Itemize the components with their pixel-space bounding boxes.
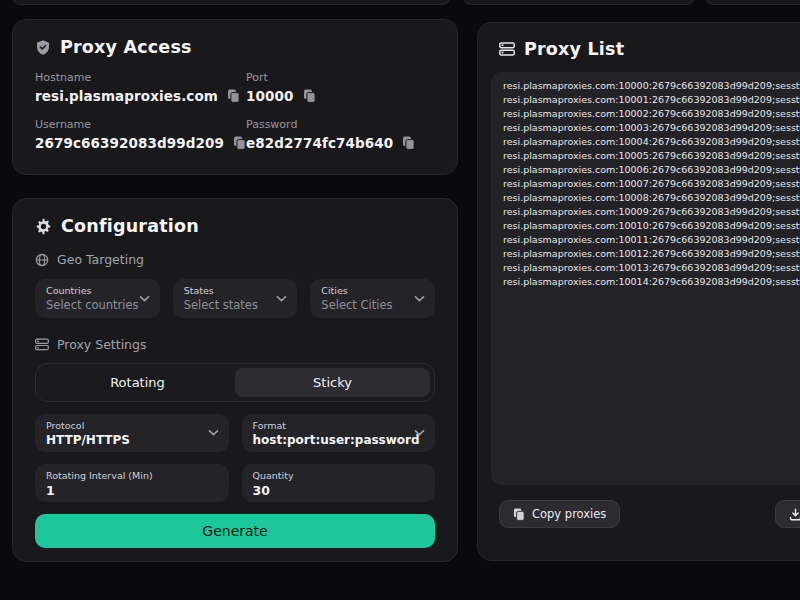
rotating-interval-value: 1 <box>46 483 218 498</box>
copy-proxies-button[interactable]: Copy proxies <box>499 500 620 528</box>
copy-port-button[interactable] <box>303 89 316 103</box>
rotating-interval-input[interactable]: Rotating Interval (Min) 1 <box>35 464 229 502</box>
proxy-entry: resi.plasmaproxies.com:10005:2679c663920… <box>503 149 800 163</box>
copy-hostname-button[interactable] <box>227 89 240 103</box>
countries-select[interactable]: CountriesSelect countries <box>35 279 160 318</box>
copy-icon <box>513 508 525 521</box>
username-value: 2679c66392083d99d209 <box>35 135 224 151</box>
gear-icon <box>35 218 52 235</box>
proxy-entry: resi.plasmaproxies.com:10013:2679c663920… <box>503 261 800 275</box>
geo-targeting-label: Geo Targeting <box>57 252 144 267</box>
format-label: Format <box>253 420 425 431</box>
username-value-row: 2679c66392083d99d209 <box>35 135 246 151</box>
proxy-access-field-password: Passworde82d2774fc74b640 <box>246 118 435 151</box>
partial-card-top-2 <box>463 0 695 5</box>
port-label: Port <box>246 71 435 84</box>
geo-selects-row: CountriesSelect countriesStatesSelect st… <box>35 279 435 318</box>
format-select[interactable]: Format host:port:user:password <box>242 414 436 452</box>
rotating-interval-label: Rotating Interval (Min) <box>46 470 218 481</box>
proxy-entry: resi.plasmaproxies.com:10000:2679c663920… <box>503 79 800 93</box>
copy-icon <box>233 136 246 150</box>
proxy-entry: resi.plasmaproxies.com:10014:2679c663920… <box>503 275 800 289</box>
quantity-input[interactable]: Quantity 30 <box>242 464 436 502</box>
copy-username-button[interactable] <box>233 136 246 150</box>
proxy-mode-tabbar: RotatingSticky <box>35 363 435 402</box>
hostname-value-row: resi.plasmaproxies.com <box>35 88 246 104</box>
proxy-entry: resi.plasmaproxies.com:10009:2679c663920… <box>503 205 800 219</box>
proxy-access-header: Proxy Access <box>35 37 435 57</box>
proxy-access-field-hostname: Hostnameresi.plasmaproxies.com <box>35 71 246 104</box>
cities-select-label: Cities <box>321 285 424 296</box>
proxy-access-fields: Hostnameresi.plasmaproxies.comPort10000U… <box>35 71 435 151</box>
proxy-entry: resi.plasmaproxies.com:10007:2679c663920… <box>503 177 800 191</box>
proxy-list-footer: Copy proxies Download proxies <box>491 500 800 528</box>
proxy-access-title: Proxy Access <box>60 37 192 57</box>
port-value: 10000 <box>246 88 293 104</box>
page: Proxy Access Hostnameresi.plasmaproxies.… <box>0 0 800 600</box>
proxy-entry: resi.plasmaproxies.com:10002:2679c663920… <box>503 107 800 121</box>
download-icon <box>789 508 800 521</box>
proxy-entry: resi.plasmaproxies.com:10011:2679c663920… <box>503 233 800 247</box>
proxy-access-field-username: Username2679c66392083d99d209 <box>35 118 246 151</box>
chevron-down-icon <box>414 430 425 437</box>
format-value: host:port:user:password <box>253 433 425 447</box>
proxy-list-box[interactable]: resi.plasmaproxies.com:10000:2679c663920… <box>491 72 800 485</box>
proxy-entry: resi.plasmaproxies.com:10008:2679c663920… <box>503 191 800 205</box>
copy-proxies-label: Copy proxies <box>532 507 606 521</box>
copy-password-button[interactable] <box>402 136 415 150</box>
proxy-access-field-port: Port10000 <box>246 71 435 104</box>
quantity-value: 30 <box>253 483 425 498</box>
countries-select-label: Countries <box>46 285 149 296</box>
proxy-settings-label: Proxy Settings <box>57 337 146 352</box>
proxy-entry: resi.plasmaproxies.com:10010:2679c663920… <box>503 219 800 233</box>
proxy-list-card: Proxy List resi.plasmaproxies.com:10000:… <box>477 22 800 561</box>
proxy-list-title: Proxy List <box>524 39 624 59</box>
proxy-entry: resi.plasmaproxies.com:10003:2679c663920… <box>503 121 800 135</box>
hostname-value: resi.plasmaproxies.com <box>35 88 218 104</box>
proxy-entry: resi.plasmaproxies.com:10006:2679c663920… <box>503 163 800 177</box>
cities-select-placeholder: Select Cities <box>321 298 424 312</box>
generate-button[interactable]: Generate <box>35 514 435 548</box>
configuration-card: Configuration Geo Targeting CountriesSel… <box>12 198 458 562</box>
chevron-down-icon <box>139 295 150 302</box>
copy-icon <box>227 89 240 103</box>
tab-rotating[interactable]: Rotating <box>40 368 235 397</box>
configuration-header: Configuration <box>35 216 435 236</box>
proxy-entry: resi.plasmaproxies.com:10012:2679c663920… <box>503 247 800 261</box>
partial-card-top-3 <box>705 0 800 5</box>
copy-icon <box>303 89 316 103</box>
states-select-placeholder: Select states <box>184 298 287 312</box>
proxy-settings-section-label: Proxy Settings <box>35 337 435 352</box>
password-value-row: e82d2774fc74b640 <box>246 135 435 151</box>
copy-icon <box>402 136 415 150</box>
geo-targeting-section-label: Geo Targeting <box>35 252 435 267</box>
protocol-select[interactable]: Protocol HTTP/HTTPS <box>35 414 229 452</box>
quantity-label: Quantity <box>253 470 425 481</box>
chevron-down-icon <box>276 295 287 302</box>
chevron-down-icon <box>414 295 425 302</box>
countries-select-placeholder: Select countries <box>46 298 149 312</box>
configuration-title: Configuration <box>61 216 199 236</box>
globe-icon <box>35 253 49 267</box>
download-proxies-button[interactable]: Download proxies <box>775 500 800 528</box>
partial-card-top-1 <box>12 0 450 5</box>
password-label: Password <box>246 118 435 131</box>
tab-sticky[interactable]: Sticky <box>235 368 430 397</box>
states-select[interactable]: StatesSelect states <box>173 279 298 318</box>
proxy-list-header: Proxy List <box>499 39 800 59</box>
proxy-entry: resi.plasmaproxies.com:10004:2679c663920… <box>503 135 800 149</box>
protocol-value: HTTP/HTTPS <box>46 433 218 447</box>
shield-check-icon <box>35 39 51 56</box>
proxy-entry: resi.plasmaproxies.com:10001:2679c663920… <box>503 93 800 107</box>
cities-select[interactable]: CitiesSelect Cities <box>310 279 435 318</box>
chevron-down-icon <box>208 430 219 437</box>
password-value: e82d2774fc74b640 <box>246 135 393 151</box>
server-list-icon <box>499 42 515 56</box>
port-value-row: 10000 <box>246 88 435 104</box>
proxy-access-card: Proxy Access Hostnameresi.plasmaproxies.… <box>12 19 458 175</box>
username-label: Username <box>35 118 246 131</box>
states-select-label: States <box>184 285 287 296</box>
hostname-label: Hostname <box>35 71 246 84</box>
protocol-label: Protocol <box>46 420 218 431</box>
server-icon <box>35 338 49 351</box>
